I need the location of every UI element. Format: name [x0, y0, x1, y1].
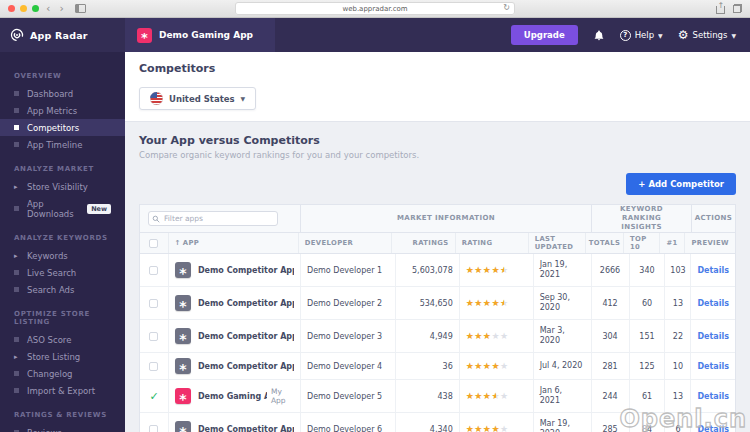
- details-link[interactable]: Details: [697, 392, 729, 401]
- competitors-table: MARKET INFORMATION KEYWORD RANKING INSIG…: [139, 204, 736, 432]
- details-link[interactable]: Details: [697, 362, 729, 371]
- notifications-bell-icon[interactable]: [593, 29, 605, 42]
- column-header-totals[interactable]: TOTALS: [585, 233, 623, 253]
- number-one-cell: 13: [664, 287, 690, 319]
- window-close-button[interactable]: [8, 5, 15, 12]
- ratings-count-cell: 4,949: [395, 320, 459, 352]
- my-app-label: My App: [267, 387, 294, 405]
- details-link[interactable]: Details: [697, 299, 729, 308]
- sidebar-item-aso-score[interactable]: ASO Score: [0, 331, 125, 348]
- section-title: Your App versus Competitors: [139, 134, 736, 147]
- brand[interactable]: App Radar: [0, 28, 125, 42]
- column-header-ratings[interactable]: RATINGS: [391, 233, 454, 253]
- row-checkbox[interactable]: [149, 299, 158, 308]
- sidebar-item-app-downloads[interactable]: App DownloadsNew: [0, 195, 125, 222]
- sidebar-item-live-search[interactable]: Live Search: [0, 264, 125, 281]
- top-10-cell: 60: [629, 287, 665, 319]
- column-header-developer[interactable]: DEVELOPER: [298, 233, 392, 253]
- app-icon: *: [175, 388, 191, 404]
- chevron-down-icon: ▼: [658, 32, 663, 39]
- sidebar-item-reviews[interactable]: Reviews: [0, 424, 125, 432]
- chevron-down-icon: ▼: [731, 32, 736, 39]
- column-header-1[interactable]: #1: [659, 233, 685, 253]
- ratings-count-cell: 5,603,078: [395, 254, 459, 286]
- browser-forward-button[interactable]: ›: [57, 3, 65, 14]
- last-updated-cell: Jan 6, 2021: [533, 380, 591, 412]
- tabs-overview-icon[interactable]: [733, 4, 742, 13]
- sidebar-item-label: Changelog: [27, 369, 73, 379]
- rating-stars-cell: ★★★★★★★★★★: [459, 413, 533, 432]
- developer-cell: Demo Developer 3: [300, 320, 395, 352]
- sidebar-item-label: Import & Export: [27, 386, 95, 396]
- group-header-keyword-ranking-insights: KEYWORD RANKING INSIGHTS: [591, 205, 691, 232]
- column-header-preview[interactable]: PREVIEW: [684, 233, 735, 253]
- select-all-checkbox[interactable]: [149, 239, 158, 248]
- app-name: Demo Competitor App 4: [198, 362, 294, 371]
- sidebar-item-label: Search Ads: [27, 285, 74, 295]
- star-rating-icon: ★★★★★★★★★★: [466, 332, 509, 341]
- sidebar-section-title: OVERVIEW: [0, 72, 125, 80]
- url-text: web.appradar.com: [342, 5, 407, 13]
- window-zoom-button[interactable]: [32, 5, 39, 12]
- browser-back-button[interactable]: ‹: [44, 3, 52, 14]
- star-rating-icon: ★★★★★★★★★★: [466, 362, 509, 371]
- details-link[interactable]: Details: [697, 266, 729, 275]
- sidebar-section-title: RATINGS & REVIEWS: [0, 411, 125, 419]
- reload-icon[interactable]: ↻: [503, 3, 510, 12]
- sidebar-item-app-timeline[interactable]: App Timeline: [0, 136, 125, 153]
- sidebar-item-keywords[interactable]: ▸Keywords: [0, 247, 125, 264]
- square-bullet-icon: [14, 206, 19, 211]
- row-checkbox[interactable]: [149, 362, 158, 371]
- add-competitor-button[interactable]: + Add Competitor: [626, 173, 736, 195]
- address-bar[interactable]: web.appradar.com ↻: [235, 2, 515, 15]
- sidebar-section-title: OPTIMIZE STORE LISTING: [0, 310, 125, 326]
- totals-cell: 281: [591, 353, 629, 379]
- sidebar-item-app-metrics[interactable]: App Metrics: [0, 102, 125, 119]
- group-header-market-information: MARKET INFORMATION: [300, 205, 591, 232]
- checkmark-icon: ✓: [149, 390, 158, 403]
- share-icon[interactable]: [716, 4, 725, 14]
- current-app-selector[interactable]: * Demo Gaming App: [125, 18, 275, 52]
- settings-menu[interactable]: ⚙ Settings ▼: [678, 29, 736, 41]
- sidebar-item-store-listing[interactable]: ▸Store Listing: [0, 348, 125, 365]
- country-selector[interactable]: United States ▼: [139, 87, 256, 110]
- upgrade-button[interactable]: Upgrade: [511, 25, 578, 45]
- number-one-cell: 22: [664, 320, 690, 352]
- sidebar-toggle-icon[interactable]: [75, 4, 86, 13]
- sidebar-item-changelog[interactable]: Changelog: [0, 365, 125, 382]
- row-checkbox[interactable]: [149, 332, 158, 341]
- column-header-last-updated[interactable]: LAST UPDATED: [528, 233, 585, 253]
- app-icon: *: [175, 421, 191, 432]
- help-icon: ?: [620, 30, 631, 41]
- app-cell: *Demo Gaming AppMy App: [168, 380, 300, 412]
- sidebar-item-dashboard[interactable]: Dashboard: [0, 85, 125, 102]
- sidebar-item-search-ads[interactable]: Search Ads: [0, 281, 125, 298]
- help-menu[interactable]: ? Help ▼: [620, 30, 663, 41]
- row-select-cell: [140, 320, 168, 352]
- sidebar-item-competitors[interactable]: Competitors: [0, 119, 125, 136]
- sidebar-section-title: ANALYZE MARKET: [0, 165, 125, 173]
- last-updated-cell: Mar 3, 2020: [533, 320, 591, 352]
- sidebar-item-store-visibility[interactable]: ▸Store Visibility: [0, 178, 125, 195]
- column-header-rating[interactable]: RATING: [455, 233, 528, 253]
- details-link[interactable]: Details: [697, 332, 729, 341]
- column-header-top-10[interactable]: TOP 10: [623, 233, 659, 253]
- chevron-down-icon: ▼: [241, 95, 246, 102]
- column-header-app[interactable]: ↑APP: [168, 233, 298, 253]
- sidebar-item-label: App Metrics: [27, 106, 77, 116]
- app-cell: *Demo Competitor App 3: [168, 320, 300, 352]
- current-app-icon: *: [137, 28, 152, 43]
- developer-cell: Demo Developer 6: [300, 413, 395, 432]
- window-minimize-button[interactable]: [20, 5, 27, 12]
- last-updated-cell: Jan 19, 2021: [533, 254, 591, 286]
- page-header: Competitors: [125, 52, 750, 80]
- app-icon: *: [175, 328, 191, 344]
- sidebar-item-import-export[interactable]: Import & Export: [0, 382, 125, 399]
- row-checkbox[interactable]: [149, 425, 158, 432]
- sidebar: OVERVIEWDashboardApp MetricsCompetitorsA…: [0, 52, 125, 432]
- last-updated-text: Mar 3, 2020: [540, 326, 585, 347]
- row-checkbox[interactable]: [149, 266, 158, 275]
- filter-apps-input[interactable]: [148, 211, 278, 226]
- last-updated-cell: Jul 4, 2020: [533, 353, 591, 379]
- rating-stars-cell: ★★★★★★★★★★: [459, 380, 533, 412]
